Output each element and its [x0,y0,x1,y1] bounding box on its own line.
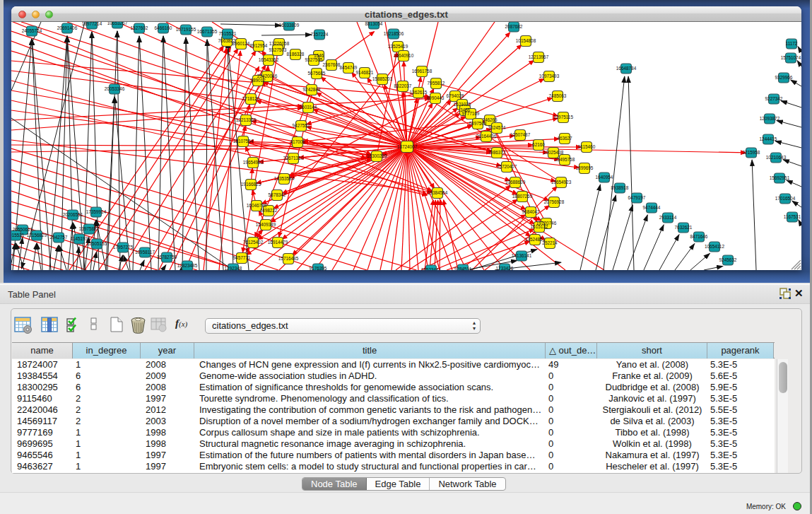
svg-text:20053346: 20053346 [105,86,125,91]
svg-text:19654983: 19654983 [243,160,264,165]
svg-text:17359914: 17359914 [86,209,107,214]
svg-text:463627: 463627 [557,136,572,141]
svg-text:10653267: 10653267 [107,22,128,25]
svg-text:8186328: 8186328 [287,52,305,57]
svg-text:989012: 989012 [250,78,266,83]
svg-text:16046788: 16046788 [247,203,267,208]
svg-text:16648784: 16648784 [616,66,637,71]
svg-text:19384554: 19384554 [428,190,448,195]
svg-text:10654112: 10654112 [705,244,724,249]
svg-text:12505135: 12505135 [87,241,107,246]
svg-text:10210643: 10210643 [766,155,787,160]
svg-text:9427552: 9427552 [293,123,310,128]
svg-text:15409349: 15409349 [256,222,276,227]
svg-text:16961758: 16961758 [412,69,433,74]
svg-text:1621025: 1621025 [454,102,471,107]
svg-text:6479197: 6479197 [628,195,646,200]
svg-text:14353584: 14353584 [274,176,295,181]
svg-text:19166825: 19166825 [241,182,261,187]
svg-text:1527602: 1527602 [131,25,148,30]
svg-text:20206551: 20206551 [63,212,83,217]
svg-text:2933114: 2933114 [659,215,677,220]
svg-text:1292348: 1292348 [225,266,242,270]
svg-text:15720407: 15720407 [497,164,517,169]
svg-text:15716485: 15716485 [278,256,299,261]
svg-text:12213967: 12213967 [529,54,549,59]
svg-text:15495758: 15495758 [555,157,575,162]
svg-text:19654923: 19654923 [551,180,572,185]
svg-text:9329966: 9329966 [775,75,793,80]
svg-text:15692951: 15692951 [770,175,790,180]
svg-text:9245632: 9245632 [719,257,737,262]
svg-text:12213369: 12213369 [236,117,257,122]
svg-text:9227342: 9227342 [765,96,783,101]
svg-text:18724007: 18724007 [397,144,418,149]
svg-text:9684047: 9684047 [522,209,540,214]
svg-text:9777169: 9777169 [462,111,480,116]
svg-text:20756928: 20756928 [544,199,565,204]
svg-text:2367608: 2367608 [323,62,341,67]
svg-text:10958117: 10958117 [135,250,155,255]
svg-text:15885201: 15885201 [372,76,393,81]
svg-text:12093872: 12093872 [760,116,780,121]
svg-text:62160: 62160 [532,142,545,147]
svg-text:1145193: 1145193 [71,236,88,241]
svg-text:9327503: 9327503 [269,47,287,52]
svg-text:2603144: 2603144 [300,105,317,110]
svg-text:6466160: 6466160 [155,25,172,30]
svg-text:9176395: 9176395 [310,266,327,270]
svg-text:18300295: 18300295 [367,153,387,158]
svg-text:19218506: 19218506 [384,31,404,36]
svg-text:24055724: 24055724 [22,28,42,33]
svg-text:9327505: 9327505 [305,57,323,62]
svg-text:17957275: 17957275 [113,245,134,250]
svg-text:9474444: 9474444 [643,205,661,210]
svg-text:7986372: 7986372 [488,150,506,155]
svg-text:1167531: 1167531 [784,214,801,219]
svg-text:13975887: 13975887 [79,226,100,231]
svg-text:3215958: 3215958 [743,150,760,155]
svg-text:10507487: 10507487 [510,132,531,137]
svg-text:10688609: 10688609 [505,180,526,185]
svg-text:1362615: 1362615 [410,90,428,95]
svg-text:18977214: 18977214 [82,22,102,26]
svg-text:3024574: 3024574 [488,125,506,130]
svg-text:14136141: 14136141 [512,253,532,258]
svg-text:7632621: 7632621 [675,225,693,230]
svg-text:8960124: 8960124 [233,41,250,46]
svg-text:417006: 417006 [290,139,305,144]
svg-text:15751074: 15751074 [781,55,801,60]
svg-text:1498222: 1498222 [260,208,278,213]
svg-text:10025438: 10025438 [543,150,564,155]
svg-text:10973493: 10973493 [539,74,560,78]
svg-text:20691406: 20691406 [57,25,78,30]
svg-text:5878342: 5878342 [269,192,286,197]
svg-text:9284511: 9284511 [454,267,472,270]
svg-text:7955812: 7955812 [428,81,445,86]
svg-text:12823485: 12823485 [177,263,198,268]
svg-text:13525419: 13525419 [388,44,408,49]
svg-text:2718120: 2718120 [242,96,260,101]
svg-text:6794028: 6794028 [447,93,464,98]
svg-text:26164436: 26164436 [476,134,497,139]
svg-text:12975115: 12975115 [553,115,573,119]
svg-text:16523441: 16523441 [421,267,442,270]
svg-text:16671355: 16671355 [197,29,218,34]
svg-text:16782759: 16782759 [157,255,177,259]
svg-text:76125402: 76125402 [243,240,264,245]
svg-text:10154808: 10154808 [516,38,536,43]
svg-text:1899695: 1899695 [576,165,594,170]
svg-text:7485063: 7485063 [549,93,567,98]
svg-text:18807269: 18807269 [512,194,533,199]
svg-text:8912954: 8912954 [250,43,268,48]
svg-text:16640910: 16640910 [394,53,414,58]
svg-text:2087682: 2087682 [505,24,523,29]
svg-text:746266: 746266 [482,117,498,122]
svg-text:16914479: 16914479 [268,240,288,245]
svg-text:1244415: 1244415 [760,136,777,141]
svg-text:17016504: 17016504 [775,196,796,201]
svg-text:3915531: 3915531 [11,233,25,238]
svg-text:10719155: 10719155 [176,27,196,32]
svg-text:1615132: 1615132 [531,224,548,229]
svg-text:16543362: 16543362 [259,57,279,62]
